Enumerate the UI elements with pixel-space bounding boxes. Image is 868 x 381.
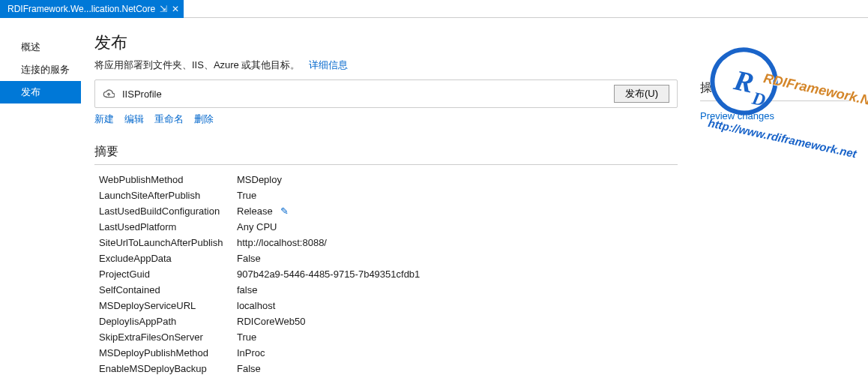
summary-value: localhost — [226, 300, 678, 311]
sidebar-item-connected-services[interactable]: 连接的服务 — [0, 58, 81, 81]
summary-key: SelfContained — [99, 284, 226, 296]
page-title: 发布 — [94, 32, 678, 54]
edit-profile-link[interactable]: 编辑 — [124, 112, 144, 126]
summary-value: http://localhost:8088/ — [226, 237, 678, 248]
preview-changes-link[interactable]: Preview changes — [700, 110, 774, 122]
delete-profile-link[interactable]: 删除 — [194, 112, 214, 126]
summary-value: False — [226, 363, 678, 374]
rename-profile-link[interactable]: 重命名 — [154, 112, 184, 126]
sidebar: 概述 连接的服务 发布 — [0, 18, 81, 381]
summary-key: LaunchSiteAfterPublish — [99, 190, 226, 201]
summary-value: Release✎ — [226, 206, 678, 217]
publish-profile-box: IISProfile 发布(U) — [94, 80, 678, 108]
page-subtitle: 将应用部署到文件夹、IIS、Azure 或其他目标。 详细信息 — [94, 58, 678, 72]
summary-value: InProc — [226, 347, 678, 358]
summary-value: RDICoreWeb50 — [226, 316, 678, 327]
summary-key: SiteUrlToLaunchAfterPublish — [99, 237, 226, 248]
tab-strip: RDIFramework.We...lication.NetCore ⇲ ✕ — [0, 0, 868, 18]
summary-value: MSDeploy — [226, 174, 678, 185]
edit-pencil-icon[interactable]: ✎ — [280, 206, 289, 217]
summary-key: SkipExtraFilesOnServer — [99, 332, 226, 343]
summary-key: WebPublishMethod — [99, 174, 226, 185]
sidebar-item-overview[interactable]: 概述 — [0, 36, 81, 58]
summary-key: MSDeployPublishMethod — [99, 347, 226, 358]
cloud-upload-icon — [103, 88, 115, 100]
sidebar-item-publish[interactable]: 发布 — [0, 81, 81, 104]
summary-key: ExcludeAppData — [99, 253, 226, 264]
close-icon[interactable]: ✕ — [172, 4, 179, 14]
summary-key: LastUsedPlatform — [99, 221, 226, 232]
summary-heading: 摘要 — [94, 144, 678, 165]
subtitle-text: 将应用部署到文件夹、IIS、Azure 或其他目标。 — [94, 59, 300, 70]
new-profile-link[interactable]: 新建 — [94, 112, 114, 126]
profile-name: IISProfile — [122, 88, 162, 100]
tab-title: RDIFramework.We...lication.NetCore — [7, 4, 155, 14]
learn-more-link[interactable]: 详细信息 — [309, 59, 348, 70]
summary-key: EnableMSDeployBackup — [99, 363, 226, 374]
summary-value: 907b42a9-5446-4485-9715-7b49351cfdb1 — [226, 268, 678, 280]
publish-button[interactable]: 发布(U) — [614, 85, 669, 103]
document-tab[interactable]: RDIFramework.We...lication.NetCore ⇲ ✕ — [0, 0, 184, 18]
summary-grid: WebPublishMethodMSDeployLaunchSiteAfterP… — [94, 174, 678, 374]
summary-value: True — [226, 190, 678, 201]
summary-value: false — [226, 284, 678, 296]
summary-value: True — [226, 332, 678, 343]
pin-icon[interactable]: ⇲ — [160, 4, 167, 14]
profile-link-row: 新建 编辑 重命名 删除 — [94, 112, 678, 126]
summary-value: False — [226, 253, 678, 264]
summary-value: Any CPU — [226, 221, 678, 232]
actions-heading: 操作 — [700, 80, 850, 101]
summary-key: LastUsedBuildConfiguration — [99, 206, 226, 217]
summary-key: MSDeployServiceURL — [99, 300, 226, 311]
summary-key: ProjectGuid — [99, 268, 226, 280]
summary-key: DeployIisAppPath — [99, 316, 226, 327]
